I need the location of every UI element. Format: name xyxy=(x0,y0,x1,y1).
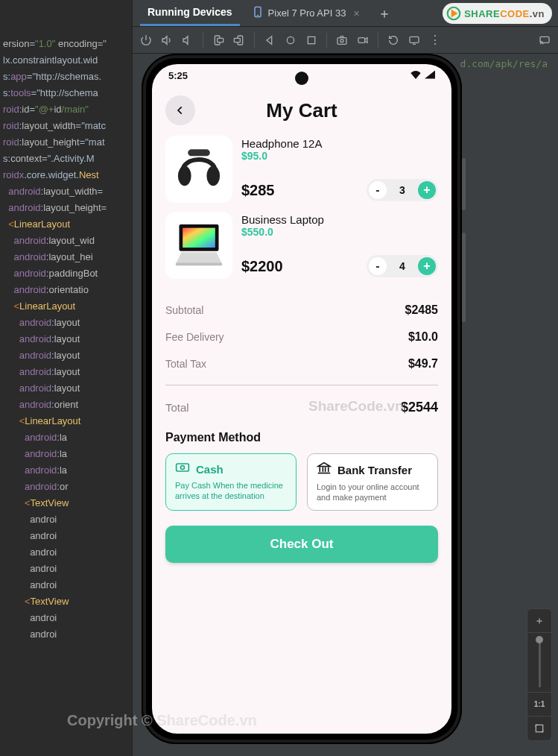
cash-icon xyxy=(175,462,190,477)
summary-row: Fee Delivery $10.0 xyxy=(165,328,438,346)
payment-method-desc: Pay Cash When the medicine arrives at th… xyxy=(175,480,287,501)
svg-marker-4 xyxy=(162,36,167,44)
svg-point-11 xyxy=(287,37,294,43)
qty-value: 3 xyxy=(399,184,405,196)
zoom-slider[interactable] xyxy=(527,633,551,693)
product-image xyxy=(165,212,232,279)
running-devices-tab[interactable]: Running Devices xyxy=(140,0,240,26)
svg-marker-20 xyxy=(425,70,435,78)
summary-value: $2485 xyxy=(405,303,439,317)
nav-overview-icon[interactable] xyxy=(304,33,319,48)
svg-rect-37 xyxy=(536,725,542,731)
code-hint-right: d.com/apk/res/a xyxy=(460,58,548,69)
record-icon[interactable] xyxy=(355,33,370,48)
summary-value: $2544 xyxy=(401,400,438,415)
panel-tab-bar: Running Devices Pixel 7 Pro API 33 × ＋ ⋮… xyxy=(133,0,558,27)
svg-rect-15 xyxy=(358,37,365,42)
device-tab-label: Pixel 7 Pro API 33 xyxy=(268,7,346,19)
zoom-fit-button[interactable] xyxy=(527,716,551,740)
quantity-stepper: - 4 + xyxy=(367,255,438,277)
summary-value: $10.0 xyxy=(408,330,438,344)
svg-rect-9 xyxy=(234,38,240,42)
svg-marker-5 xyxy=(183,36,188,44)
payment-method-cash[interactable]: Cash Pay Cash When the medicine arrives … xyxy=(165,453,297,511)
product-name: Business Laptop xyxy=(241,213,438,226)
svg-marker-27 xyxy=(176,252,222,264)
nav-home-icon[interactable] xyxy=(283,33,298,48)
cart-item: Headphone 12A $95.0 $285 - 3 + xyxy=(165,136,438,203)
payment-method-name: Bank Transfer xyxy=(337,464,412,476)
product-name: Headphone 12A xyxy=(241,137,438,150)
minimize-icon[interactable]: — xyxy=(534,5,551,22)
summary-row: Total Tax $49.7 xyxy=(165,355,438,373)
summary-label: Fee Delivery xyxy=(165,331,224,343)
payment-method-title: Payment Method xyxy=(165,431,438,444)
popout-icon[interactable] xyxy=(492,5,509,22)
running-devices-panel: Running Devices Pixel 7 Pro API 33 × ＋ ⋮… xyxy=(132,0,558,756)
phone-side-button xyxy=(462,233,466,322)
product-unit-price: $95.0 xyxy=(241,150,438,162)
power-icon[interactable] xyxy=(139,33,153,48)
product-line-total: $285 xyxy=(241,182,275,199)
svg-point-14 xyxy=(340,39,343,42)
close-icon[interactable]: × xyxy=(353,7,359,19)
svg-point-22 xyxy=(206,166,220,186)
payment-method-desc: Login to your online account and make pa… xyxy=(317,482,428,503)
divider xyxy=(165,385,438,385)
qty-decrease-button[interactable]: - xyxy=(369,181,387,199)
payment-method-bank[interactable]: Bank Transfer Login to your online accou… xyxy=(307,453,438,511)
nav-back-icon[interactable] xyxy=(262,33,277,48)
svg-rect-23 xyxy=(188,149,210,156)
emulator-toolbar: ⋮ xyxy=(133,27,558,54)
svg-rect-17 xyxy=(410,37,419,42)
zoom-1-to-1-button[interactable]: 1:1 xyxy=(527,693,551,716)
page-title: My Cart xyxy=(165,99,438,122)
front-camera xyxy=(295,72,308,85)
payment-method-name: Cash xyxy=(196,463,223,476)
zoom-in-button[interactable]: ＋ xyxy=(527,609,551,633)
bank-icon xyxy=(317,462,332,479)
device-zoom-controls: ＋ 1:1 xyxy=(527,608,552,741)
svg-rect-26 xyxy=(183,228,215,248)
signal-icon xyxy=(425,70,435,81)
phone-icon xyxy=(252,6,264,20)
display-settings-icon[interactable] xyxy=(407,33,422,48)
status-time: 5:25 xyxy=(168,70,188,81)
payment-methods: Cash Pay Cash When the medicine arrives … xyxy=(165,453,438,511)
step-back-icon[interactable] xyxy=(386,33,401,48)
volume-up-icon[interactable] xyxy=(159,33,174,48)
device-tab[interactable]: Pixel 7 Pro API 33 × xyxy=(244,6,367,20)
product-line-total: $2200 xyxy=(241,258,283,275)
svg-marker-16 xyxy=(365,37,367,42)
summary-value: $49.7 xyxy=(408,357,438,371)
rotate-right-icon[interactable] xyxy=(232,33,247,48)
toolbar-more-icon[interactable]: ⋮ xyxy=(428,33,443,48)
screenshot-icon[interactable] xyxy=(335,33,349,48)
cast-icon[interactable] xyxy=(537,33,552,48)
qty-increase-button[interactable]: + xyxy=(418,257,436,275)
add-device-button[interactable]: ＋ xyxy=(372,4,397,22)
wifi-icon xyxy=(410,69,422,81)
phone-side-button xyxy=(462,158,466,210)
volume-down-icon[interactable] xyxy=(180,33,195,48)
qty-increase-button[interactable]: + xyxy=(418,181,436,199)
svg-marker-31 xyxy=(318,463,330,467)
rotate-left-icon[interactable] xyxy=(211,33,226,48)
qty-decrease-button[interactable]: - xyxy=(369,257,387,275)
svg-rect-2 xyxy=(497,9,505,17)
svg-rect-29 xyxy=(177,464,189,471)
svg-rect-7 xyxy=(218,38,223,42)
phone-frame: 5:25 xyxy=(142,54,462,744)
more-icon[interactable]: ⋮ xyxy=(513,5,530,22)
checkout-button[interactable]: Check Out xyxy=(165,526,438,563)
summary-total-row: Total $2544 xyxy=(165,397,438,418)
summary-row: Subtotal $2485 xyxy=(165,301,438,319)
phone-screen[interactable]: 5:25 xyxy=(152,64,451,734)
svg-rect-28 xyxy=(176,262,222,265)
quantity-stepper: - 3 + xyxy=(367,179,438,201)
back-button[interactable] xyxy=(165,95,195,125)
svg-point-21 xyxy=(178,166,191,186)
qty-value: 4 xyxy=(399,260,405,272)
svg-marker-10 xyxy=(267,36,272,44)
summary-label: Total Tax xyxy=(165,358,206,370)
